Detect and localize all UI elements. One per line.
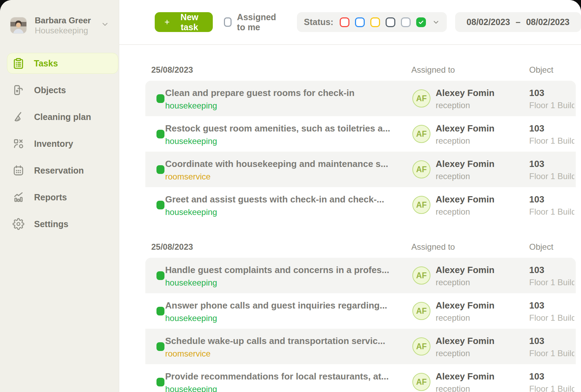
- object-location: Floor 1 Building: [529, 278, 574, 287]
- broom-icon: [13, 111, 24, 123]
- sidebar-item-cleaning-plan[interactable]: Cleaning plan: [7, 106, 118, 127]
- sidebar-item-settings[interactable]: Settings: [7, 214, 118, 234]
- tasks-clipboard-icon: [13, 57, 24, 69]
- assignee-role: reception: [436, 101, 470, 110]
- column-header-assigned-to: Assigned to: [411, 242, 455, 252]
- main-panel: New task Assigned to me Status:: [119, 0, 581, 392]
- object-location: Floor 1 Building: [529, 349, 574, 358]
- new-task-label: New task: [175, 12, 204, 32]
- task-row[interactable]: Answer phone calls and guest inquiries r…: [145, 293, 576, 329]
- status-filter-red[interactable]: [340, 17, 349, 27]
- object-number: 103: [529, 300, 544, 311]
- task-tag: housekeeping: [165, 278, 217, 288]
- calendar-icon: [13, 165, 24, 176]
- object-location: Floor 1 Building: [529, 101, 574, 110]
- task-group-card: Handle guest complaints and concerns in …: [145, 258, 576, 392]
- assignee-avatar: AF: [412, 302, 430, 320]
- sidebar-item-label: Settings: [34, 219, 68, 229]
- task-status-indicator: [156, 271, 164, 280]
- user-name: Barbara Greer: [35, 15, 91, 26]
- sidebar-item-inventory[interactable]: Inventory: [7, 133, 118, 154]
- object-number: 103: [529, 123, 544, 134]
- user-role: Housekeeping: [35, 26, 91, 35]
- assigned-to-me-checkbox[interactable]: [224, 17, 232, 27]
- status-filter-expand[interactable]: [432, 18, 440, 26]
- chart-icon: [13, 191, 24, 203]
- object-location: Floor 1 Building: [529, 207, 574, 217]
- task-title: Provide recommendations for local restau…: [165, 371, 389, 382]
- assignee-name: Alexey Fomin: [436, 300, 494, 311]
- task-tag: housekeeping: [165, 207, 217, 217]
- task-status-indicator: [156, 342, 164, 351]
- task-tag: housekeeping: [165, 313, 217, 323]
- task-tag: roomservice: [165, 349, 211, 359]
- date-range-separator: –: [516, 17, 521, 27]
- door-handle-icon: [13, 84, 24, 96]
- group-header: 25/08/2023 Assigned to Object: [145, 65, 576, 74]
- sidebar-item-label: Cleaning plan: [34, 112, 91, 122]
- sidebar-item-tasks[interactable]: Tasks: [7, 53, 118, 74]
- status-filter-blue[interactable]: [355, 17, 365, 27]
- object-number: 103: [529, 88, 544, 98]
- object-number: 103: [529, 194, 544, 205]
- new-task-button[interactable]: New task: [155, 12, 213, 32]
- task-row[interactable]: Handle guest complaints and concerns in …: [145, 258, 576, 293]
- assignee-name: Alexey Fomin: [436, 123, 494, 134]
- task-status-indicator: [156, 94, 164, 103]
- assignee-name: Alexey Fomin: [436, 88, 494, 98]
- assignee-avatar: AF: [412, 373, 430, 391]
- task-row[interactable]: Coordinate with housekeeping and mainten…: [145, 152, 576, 187]
- task-row[interactable]: Provide recommendations for local restau…: [145, 364, 576, 392]
- object-location: Floor 1 Building: [529, 136, 574, 146]
- object-number: 103: [529, 336, 544, 346]
- task-tag: housekeeping: [165, 384, 217, 392]
- task-title: Greet and assist guests with check-in an…: [165, 194, 384, 205]
- object-number: 103: [529, 159, 544, 169]
- task-title: Handle guest complaints and concerns in …: [165, 265, 389, 275]
- status-filter-light-gray[interactable]: [401, 17, 411, 27]
- column-header-assigned-to: Assigned to: [411, 65, 455, 75]
- date-range-picker[interactable]: 08/02/2023 – 08/02/2023: [455, 12, 581, 32]
- status-filter-group: Status:: [297, 12, 447, 32]
- sidebar-item-reservation[interactable]: Reservation: [7, 160, 118, 181]
- toolbar: New task Assigned to me Status:: [119, 0, 581, 45]
- task-title: Restock guest room amenities, such as to…: [165, 123, 390, 134]
- sidebar-item-label: Reports: [34, 192, 67, 202]
- task-title: Clean and prepare guest rooms for check-…: [165, 88, 355, 98]
- assignee-role: reception: [436, 384, 470, 392]
- column-header-object: Object: [529, 242, 553, 252]
- assignee-avatar: AF: [412, 160, 430, 178]
- column-header-object: Object: [529, 65, 553, 75]
- assignee-name: Alexey Fomin: [436, 194, 494, 205]
- assignee-avatar: AF: [412, 89, 430, 107]
- object-number: 103: [529, 371, 544, 382]
- task-row[interactable]: Clean and prepare guest rooms for check-…: [145, 81, 576, 116]
- plus-icon: [164, 18, 170, 26]
- assigned-to-me-label: Assigned to me: [237, 12, 286, 32]
- task-row[interactable]: Greet and assist guests with check-in an…: [145, 187, 576, 223]
- status-filter-yellow[interactable]: [370, 17, 380, 27]
- user-avatar: [10, 17, 26, 33]
- date-range-start: 08/02/2023: [467, 17, 510, 27]
- user-menu[interactable]: Barbara Greer Housekeeping: [10, 15, 111, 35]
- task-title: Schedule wake-up calls and transportatio…: [165, 336, 385, 346]
- sidebar-item-objects[interactable]: Objects: [7, 80, 118, 101]
- status-filter-green[interactable]: [416, 17, 426, 27]
- assignee-name: Alexey Fomin: [436, 265, 494, 275]
- sidebar-item-label: Reservation: [34, 166, 84, 176]
- assignee-role: reception: [436, 136, 470, 146]
- user-photo: [10, 17, 26, 33]
- assignee-avatar: AF: [412, 196, 430, 214]
- date-range-end: 08/02/2023: [526, 17, 570, 27]
- object-number: 103: [529, 265, 544, 275]
- task-row[interactable]: Schedule wake-up calls and transportatio…: [145, 329, 576, 364]
- task-tag: housekeeping: [165, 101, 217, 111]
- assignee-avatar: AF: [412, 266, 430, 285]
- assigned-to-me-filter[interactable]: Assigned to me: [224, 12, 286, 32]
- status-filter-dark-gray[interactable]: [386, 17, 395, 27]
- task-title: Answer phone calls and guest inquiries r…: [165, 300, 387, 311]
- sidebar-item-reports[interactable]: Reports: [7, 187, 118, 208]
- task-group-card: Clean and prepare guest rooms for check-…: [145, 81, 576, 223]
- assignee-role: reception: [436, 171, 470, 181]
- task-row[interactable]: Restock guest room amenities, such as to…: [145, 116, 576, 152]
